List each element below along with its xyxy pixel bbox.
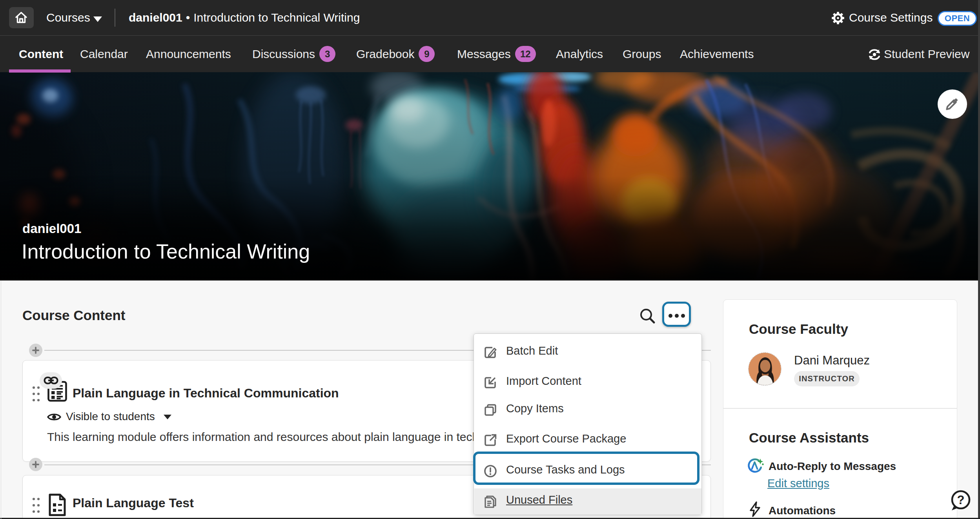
- svg-text:?: ?: [957, 493, 965, 507]
